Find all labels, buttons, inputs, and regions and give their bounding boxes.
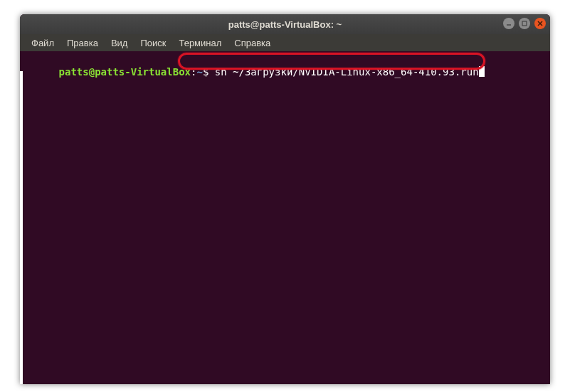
- titlebar[interactable]: patts@patts-VirtualBox: ~: [20, 14, 550, 34]
- minimize-button[interactable]: [503, 18, 514, 29]
- svg-rect-1: [522, 21, 527, 26]
- prompt-dollar: $: [203, 66, 215, 78]
- menu-help[interactable]: Справка: [228, 36, 276, 50]
- cursor-icon: [479, 66, 485, 77]
- menu-view[interactable]: Вид: [105, 36, 134, 50]
- maximize-button[interactable]: [519, 18, 530, 29]
- menu-file[interactable]: Файл: [26, 36, 60, 50]
- menu-search[interactable]: Поиск: [134, 36, 171, 50]
- terminal-line: patts@patts-VirtualBox:~$ sh ~/Загрузки/…: [23, 53, 547, 104]
- command-text: sh ~/Загрузки/NVIDIA-Linux-x86_64-410.93…: [215, 66, 479, 78]
- window-controls: [503, 18, 546, 29]
- menu-terminal[interactable]: Терминал: [173, 36, 227, 50]
- menubar: Файл Правка Вид Поиск Терминал Справка: [20, 34, 550, 51]
- menu-edit[interactable]: Правка: [61, 36, 104, 50]
- terminal-body[interactable]: patts@patts-VirtualBox:~$ sh ~/Загрузки/…: [20, 51, 550, 384]
- close-button[interactable]: [534, 18, 546, 29]
- window-title: patts@patts-VirtualBox: ~: [228, 19, 342, 30]
- prompt-path: ~: [196, 66, 202, 78]
- left-white-strip: [20, 71, 23, 384]
- prompt-user: patts@patts-VirtualBox: [59, 66, 191, 78]
- terminal-window: patts@patts-VirtualBox: ~ Файл Правка Ви…: [20, 14, 550, 384]
